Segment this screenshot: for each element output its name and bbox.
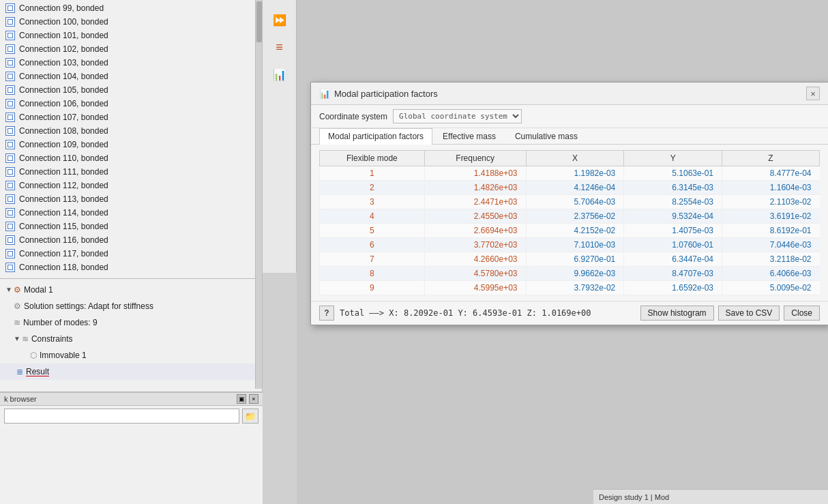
connection-label: Connection 115, bonded (19, 220, 108, 233)
connection-item[interactable]: Connection 101, bonded (0, 29, 262, 42)
z-cell: 5.0095e-02 (722, 281, 820, 295)
z-cell: 1.1604e-03 (722, 181, 820, 195)
chart-icon: 📊 (273, 68, 286, 81)
connection-item[interactable]: Connection 112, bonded (0, 179, 262, 192)
connection-item[interactable]: Connection 108, bonded (0, 124, 262, 138)
immovable-label: Immovable 1 (40, 349, 87, 362)
connection-item[interactable]: Connection 117, bonded (0, 247, 262, 261)
help-btn[interactable]: ? (319, 306, 334, 321)
search-input[interactable] (4, 409, 239, 424)
connection-item[interactable]: Connection 102, bonded (0, 42, 262, 56)
expand-icon2: ▼ (14, 332, 20, 346)
frequency-cell: 2.4550e+03 (424, 209, 526, 224)
connection-item[interactable]: Connection 103, bonded (0, 56, 262, 70)
z-cell: 3.2118e-02 (722, 252, 820, 267)
x-cell: 9.9662e-03 (526, 267, 624, 281)
connection-item[interactable]: Connection 113, bonded (0, 192, 262, 206)
connection-label: Connection 109, bonded (19, 138, 108, 151)
y-cell: 9.5324e-04 (624, 209, 722, 224)
solution-settings-item[interactable]: ⚙ Solution settings: Adapt for stiffness (0, 298, 262, 314)
connection-label: Connection 116, bonded (19, 234, 108, 246)
connection-icon (5, 126, 16, 136)
mode-cell: 3 (320, 195, 425, 209)
chart-btn[interactable]: 📊 (269, 65, 291, 84)
modal-tab[interactable]: Effective mass (434, 128, 505, 144)
connection-item[interactable]: Connection 115, bonded (0, 220, 262, 233)
gear-icon: ⚙ (14, 299, 21, 313)
constraints-label: Constraints (31, 332, 73, 346)
connection-item[interactable]: Connection 118, bonded (0, 261, 262, 274)
y-cell: 8.4707e-03 (624, 267, 722, 281)
x-cell: 5.7064e-03 (526, 195, 624, 209)
show-histogram-btn[interactable]: Show histogram (640, 306, 714, 321)
connection-label: Connection 103, bonded (19, 57, 108, 69)
table-row: 1 1.4188e+03 1.1982e-03 5.1063e-01 8.477… (320, 166, 820, 181)
coord-label: Coordinate system (319, 112, 387, 121)
connection-item[interactable]: Connection 116, bonded (0, 233, 262, 247)
connection-label: Connection 114, bonded (19, 207, 108, 219)
connection-icon (5, 153, 16, 163)
constraints-section[interactable]: ▼ ≋ Constraints (0, 331, 262, 347)
close-panel-btn[interactable]: × (249, 394, 258, 404)
modal-tab[interactable]: Cumulative mass (506, 128, 587, 144)
z-cell: 2.1103e-02 (722, 195, 820, 209)
connection-icon (5, 99, 16, 108)
connection-icon (5, 58, 16, 68)
modal-tab[interactable]: Modal participation factors (319, 128, 432, 145)
immovable-item[interactable]: ⬡ Immovable 1 (0, 347, 262, 364)
mode-cell: 5 (320, 224, 425, 238)
connection-item[interactable]: Connection 111, bonded (0, 165, 262, 179)
scrollbar[interactable] (255, 0, 262, 389)
divider (0, 278, 262, 279)
table-row: 9 4.5995e+03 3.7932e-02 1.6592e-03 5.009… (320, 281, 820, 295)
z-cell: 6.4066e-03 (722, 267, 820, 281)
connection-item[interactable]: Connection 106, bonded (0, 97, 262, 110)
table-header-cell: Flexible mode (320, 151, 425, 166)
connection-list: Connection 99, bonded Connection 100, bo… (0, 0, 262, 276)
forward-btn[interactable]: ⏩ (269, 10, 291, 29)
modal-close-btn[interactable]: × (806, 87, 820, 100)
list-icon: ≡ (276, 40, 283, 55)
frequency-cell: 4.2660e+03 (424, 252, 526, 267)
coord-select[interactable]: Global coordinate system (393, 109, 522, 123)
connection-icon (5, 235, 16, 245)
connection-item[interactable]: Connection 100, bonded (0, 15, 262, 29)
scroll-thumb[interactable] (256, 1, 262, 42)
connection-item[interactable]: Connection 99, bonded (0, 1, 262, 15)
connection-label: Connection 100, bonded (19, 16, 108, 28)
x-cell: 7.1010e-03 (526, 238, 624, 252)
frequency-cell: 4.5780e+03 (424, 267, 526, 281)
connection-item[interactable]: Connection 114, bonded (0, 206, 262, 220)
save-csv-btn[interactable]: Save to CSV (718, 306, 780, 321)
frequency-cell: 1.4188e+03 (424, 166, 526, 181)
modal-toolbar: Coordinate system Global coordinate syst… (311, 105, 828, 128)
connection-item[interactable]: Connection 104, bonded (0, 70, 262, 83)
connection-item[interactable]: Connection 110, bonded (0, 151, 262, 165)
modal-tabs: Modal participation factorsEffective mas… (311, 128, 828, 145)
number-of-modes-item[interactable]: ≋ Number of modes: 9 (0, 314, 262, 331)
connection-label: Connection 110, bonded (19, 152, 108, 164)
y-cell: 8.2554e-03 (624, 195, 722, 209)
connection-label: Connection 112, bonded (19, 179, 108, 192)
connection-icon (5, 194, 16, 204)
connection-label: Connection 101, bonded (19, 29, 108, 42)
connection-label: Connection 106, bonded (19, 98, 108, 110)
mode-cell: 9 (320, 281, 425, 295)
result-item[interactable]: ≣ Result (0, 364, 262, 380)
connection-label: Connection 111, bonded (19, 166, 108, 178)
connection-item[interactable]: Connection 109, bonded (0, 138, 262, 151)
data-table: Flexible modeFrequencyXYZ 1 1.4188e+03 1… (319, 150, 820, 295)
frequency-cell: 4.5995e+03 (424, 281, 526, 295)
connection-item[interactable]: Connection 105, bonded (0, 83, 262, 97)
connection-icon (5, 140, 16, 149)
connection-item[interactable]: Connection 107, bonded (0, 110, 262, 124)
close-dialog-btn[interactable]: Close (784, 306, 820, 321)
x-cell: 1.1982e-03 (526, 166, 624, 181)
list-btn[interactable]: ≡ (269, 38, 291, 57)
search-button[interactable]: 📁 (242, 409, 258, 424)
modal1-section[interactable]: ▼ ⚙ Modal 1 (0, 282, 262, 298)
connection-icon (5, 72, 16, 81)
restore-btn[interactable]: ▣ (237, 394, 246, 404)
table-header-row: Flexible modeFrequencyXYZ (320, 151, 820, 166)
table-row: 3 2.4471e+03 5.7064e-03 8.2554e-03 2.110… (320, 195, 820, 209)
